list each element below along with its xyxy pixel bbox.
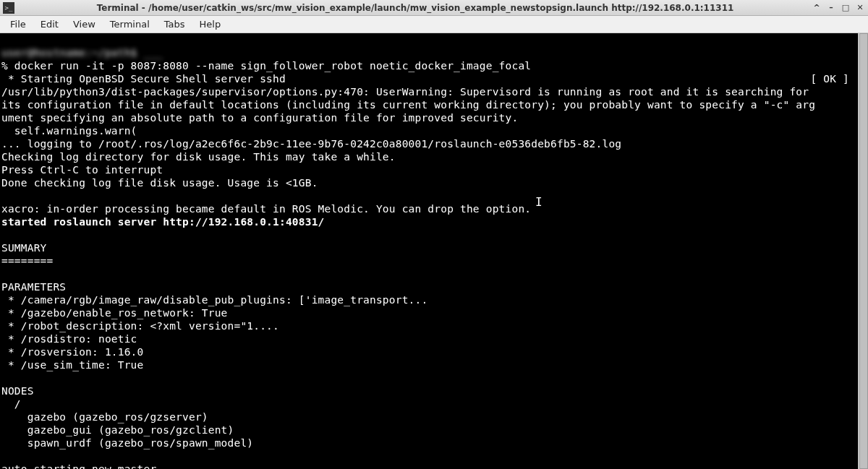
terminal-line: ========	[1, 255, 53, 267]
terminal-line-summary: SUMMARY	[1, 242, 47, 254]
terminal-line: Press Ctrl-C to interrupt	[1, 164, 163, 176]
terminal-line: * /camera/rgb/image_raw/disable_pub_plug…	[1, 294, 427, 306]
terminal-line: /usr/lib/python3/dist-packages/superviso…	[1, 86, 815, 98]
terminal-line: xacro: in-order processing became defaul…	[1, 203, 531, 215]
terminal-line: * /use_sim_time: True	[1, 359, 143, 371]
terminal-line: ... logging to /root/.ros/log/a2ec6f6c-2…	[1, 138, 621, 150]
close-button[interactable]: ✕	[855, 3, 865, 13]
terminal-line-parameters-header: PARAMETERS	[1, 281, 66, 293]
terminal-line: * Starting OpenBSD Secure Shell server s…	[1, 73, 286, 85]
minimize-button[interactable]: –	[826, 3, 836, 13]
terminal-line: spawn_urdf (gazebo_ros/spawn_model)	[1, 437, 253, 449]
terminal-line: * /rosdistro: noetic	[1, 333, 137, 345]
menu-edit[interactable]: Edit	[33, 17, 66, 31]
terminal-line: * /gazebo/enable_ros_network: True	[1, 307, 228, 319]
menu-view[interactable]: View	[66, 17, 103, 31]
menu-help[interactable]: Help	[192, 17, 229, 31]
terminal-line-nodes-header: NODES	[1, 385, 34, 397]
terminal-output[interactable]: user@hostname:~/path$ ___ % docker run -…	[0, 33, 868, 469]
terminal-line: % docker run -it -p 8087:8080 --name sig…	[1, 60, 531, 72]
maximize-button[interactable]: □	[841, 3, 851, 13]
menu-terminal[interactable]: Terminal	[103, 17, 157, 31]
menubar: File Edit View Terminal Tabs Help	[0, 16, 868, 33]
terminal-line: * /rosversion: 1.16.0	[1, 346, 143, 358]
terminal-line: Done checking log file disk usage. Usage…	[1, 177, 318, 189]
terminal-line: ument specifying an absolute path to a c…	[1, 112, 518, 124]
terminal-line: gazebo (gazebo_ros/gzserver)	[1, 411, 208, 423]
terminal-line: gazebo_gui (gazebo_ros/gzclient)	[1, 424, 234, 436]
menu-file[interactable]: File	[3, 17, 33, 31]
status-ok: [ OK ]	[810, 72, 849, 85]
terminal-prompt-hidden: user@hostname:~/path$ ___	[1, 47, 163, 59]
terminal-line: * /robot_description: <?xml version="1..…	[1, 320, 279, 332]
vertical-scrollbar[interactable]	[858, 33, 868, 469]
window-titlebar: >_ Terminal - /home/user/catkin_ws/src/m…	[0, 0, 868, 16]
terminal-line: its configuration file in default locati…	[1, 99, 815, 111]
terminal-line-roslaunch-server: started roslaunch server http://192.168.…	[1, 216, 325, 228]
menu-tabs[interactable]: Tabs	[157, 17, 192, 31]
scrollbar-thumb[interactable]	[859, 33, 868, 469]
terminal-line: Checking log directory for disk usage. T…	[1, 151, 396, 163]
terminal-line: /	[1, 398, 21, 410]
window-title: Terminal - /home/user/catkin_ws/src/mw_v…	[19, 3, 812, 13]
terminal-line: auto-starting new master	[1, 463, 156, 469]
rollup-button[interactable]: ^	[812, 3, 822, 13]
terminal-line: self.warnings.warn(	[1, 125, 137, 137]
terminal-icon: >_	[3, 2, 14, 14]
window-controls: ^ – □ ✕	[812, 3, 865, 13]
